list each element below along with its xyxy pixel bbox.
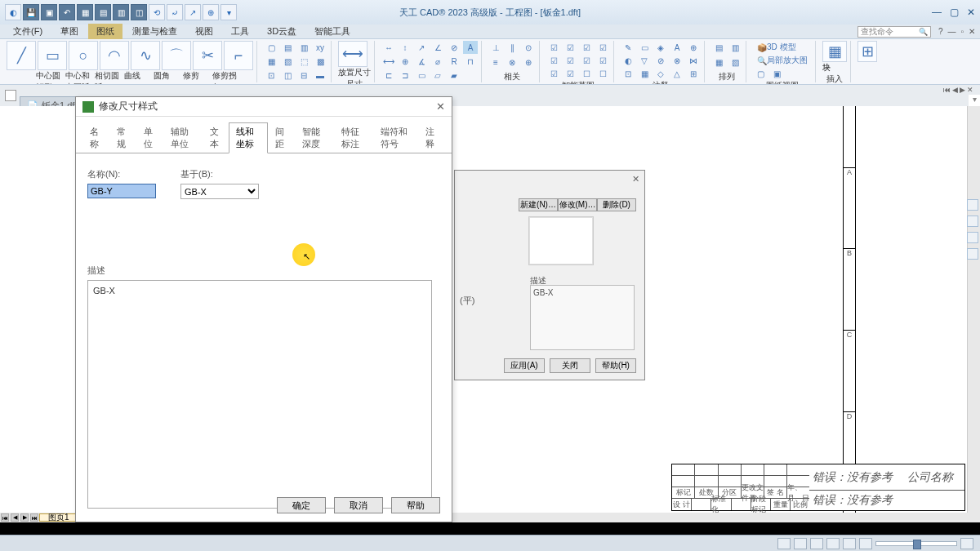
rb-a1[interactable]: ✎ <box>621 41 635 54</box>
tab-name[interactable]: 名称 <box>82 122 109 153</box>
qat-save[interactable]: 💾 <box>23 4 39 20</box>
menu-measure[interactable]: 测量与检查 <box>124 24 185 39</box>
nav-close[interactable]: ✕ <box>967 86 973 94</box>
right-nav-3[interactable] <box>967 232 978 243</box>
rb-arc[interactable]: ◠ <box>100 41 129 70</box>
rb-trim[interactable]: ✂ <box>193 41 222 70</box>
help-button[interactable]: 帮助 <box>391 497 440 513</box>
rb-s10[interactable]: ◫ <box>280 69 295 82</box>
rb-rect-center[interactable]: ▭ <box>38 41 67 70</box>
right-nav-2[interactable] <box>967 216 978 227</box>
sb-zoom-fit[interactable] <box>960 538 973 549</box>
sb-btn-2[interactable] <box>794 538 807 549</box>
menu-smart[interactable]: 智能工具 <box>306 24 359 39</box>
tab-text[interactable]: 文本 <box>203 122 229 153</box>
hscroll-first[interactable]: ⏮ <box>1 513 9 522</box>
right-nav-4[interactable] <box>967 248 978 260</box>
mdi-restore[interactable]: ▫ <box>960 27 964 36</box>
rb-s7[interactable]: ⬚ <box>296 55 311 68</box>
right-nav-1[interactable] <box>967 199 978 211</box>
rb-trim-corner[interactable]: ⌐ <box>224 41 253 70</box>
rb-i9[interactable]: ☑ <box>546 67 561 80</box>
menu-view[interactable]: 视图 <box>187 24 221 39</box>
rb-ar2[interactable]: ▥ <box>728 41 742 54</box>
menu-file[interactable]: 文件(F) <box>5 24 51 39</box>
rb-d16[interactable]: ▱ <box>430 69 445 82</box>
rb-d3[interactable]: ↗ <box>414 41 429 54</box>
rb-i8[interactable]: ☑ <box>595 54 610 67</box>
tab-feature-callout[interactable]: 特征标注 <box>334 122 373 153</box>
rb-d6[interactable]: A <box>463 41 478 54</box>
tab-units[interactable]: 单位 <box>136 122 163 153</box>
rb-d9[interactable]: ∡ <box>414 55 429 68</box>
qat-btn-5[interactable]: ▤ <box>95 4 111 20</box>
rb-a12[interactable]: ▦ <box>637 67 652 80</box>
rb-d15[interactable]: ▭ <box>414 69 429 82</box>
mdi-close[interactable]: ✕ <box>969 27 975 36</box>
rb-s2[interactable]: ▤ <box>280 41 295 54</box>
rb-sv1[interactable]: ▢ <box>753 67 768 80</box>
menu-tools[interactable]: 工具 <box>223 24 257 39</box>
rb-ar3[interactable]: ▦ <box>711 56 726 69</box>
based-select[interactable]: GB-X <box>180 184 259 199</box>
rb-d12[interactable]: ⊓ <box>463 55 478 68</box>
rb-line[interactable]: ╱ <box>7 41 36 70</box>
rb-fillet[interactable]: ⌒ <box>162 41 191 70</box>
rb-i1[interactable]: ☑ <box>546 41 561 54</box>
rb-i12[interactable]: ☐ <box>595 67 610 80</box>
rb-s5[interactable]: ▦ <box>264 55 278 68</box>
bg-help-button[interactable]: 帮助(H) <box>595 358 636 373</box>
bg-modify-button[interactable]: 修改(M)… <box>558 198 597 211</box>
rb-a5[interactable]: ⊕ <box>686 41 701 54</box>
cancel-button[interactable]: 取消 <box>334 497 383 513</box>
rb-a6[interactable]: ◐ <box>621 54 635 67</box>
maximize-button[interactable]: ▢ <box>950 7 959 18</box>
name-input[interactable] <box>87 184 156 198</box>
rb-i7[interactable]: ☑ <box>579 54 594 67</box>
hscroll-last[interactable]: ⏭ <box>30 513 38 522</box>
side-panel-toggle[interactable] <box>5 90 16 101</box>
tab-terminators[interactable]: 端符和符号 <box>373 122 418 153</box>
menu-cloud[interactable]: 3D云盘 <box>259 24 305 39</box>
tab-general[interactable]: 常规 <box>109 122 136 153</box>
rb-i10[interactable]: ☑ <box>563 67 577 80</box>
sb-btn-4[interactable] <box>826 538 840 549</box>
rb-i5[interactable]: ☑ <box>546 54 561 67</box>
rb-i4[interactable]: ☑ <box>595 41 610 54</box>
rb-s4[interactable]: xy <box>313 41 327 54</box>
rb-ar1[interactable]: ▤ <box>711 41 726 54</box>
app-menu-button[interactable]: ◐ <box>5 4 21 20</box>
bg-new-button[interactable]: 新建(N)… <box>519 198 558 211</box>
qat-btn-7[interactable]: ◫ <box>131 4 147 20</box>
rb-end-btn[interactable]: ⊞ <box>858 41 877 62</box>
rb-d10[interactable]: ⌀ <box>430 55 445 68</box>
rb-s11[interactable]: ⊟ <box>296 69 311 82</box>
qat-btn-10[interactable]: ↗ <box>185 4 201 20</box>
command-search[interactable]: 查找命令 <box>858 26 931 38</box>
rb-i3[interactable]: ☑ <box>579 41 594 54</box>
rb-a7[interactable]: ▽ <box>637 54 652 67</box>
mdi-minimize[interactable]: — <box>947 27 956 36</box>
qat-btn-6[interactable]: ▥ <box>113 4 129 20</box>
rb-detailview[interactable]: 🔍 局部放大图 <box>753 54 812 67</box>
rb-s9[interactable]: ⊡ <box>264 69 278 82</box>
qat-btn-2[interactable]: ▣ <box>41 4 57 20</box>
rb-ar4[interactable]: ▧ <box>728 56 742 69</box>
dialog-close-button[interactable]: ✕ <box>436 100 445 113</box>
rb-a15[interactable]: ⊞ <box>686 67 701 80</box>
rb-d17[interactable]: ▰ <box>447 69 461 82</box>
ok-button[interactable]: 确定 <box>277 497 326 513</box>
hscroll-prev[interactable]: ◀ <box>11 513 19 522</box>
rb-s12[interactable]: ▬ <box>313 69 327 82</box>
rb-d4[interactable]: ∠ <box>430 41 445 54</box>
rb-a9[interactable]: ⊗ <box>670 54 684 67</box>
qat-btn-8[interactable]: ⟲ <box>149 4 165 20</box>
side-expand-toggle[interactable]: ▾ <box>969 95 980 106</box>
minimize-button[interactable]: — <box>932 7 942 18</box>
rb-r5[interactable]: ⊗ <box>505 56 519 69</box>
rb-i2[interactable]: ☑ <box>563 41 577 54</box>
qat-btn-11[interactable]: ⊕ <box>203 4 219 20</box>
vertical-scrollbar[interactable] <box>967 106 980 513</box>
rb-circle[interactable]: ○ <box>69 41 98 70</box>
rb-d8[interactable]: ⊕ <box>398 55 412 68</box>
